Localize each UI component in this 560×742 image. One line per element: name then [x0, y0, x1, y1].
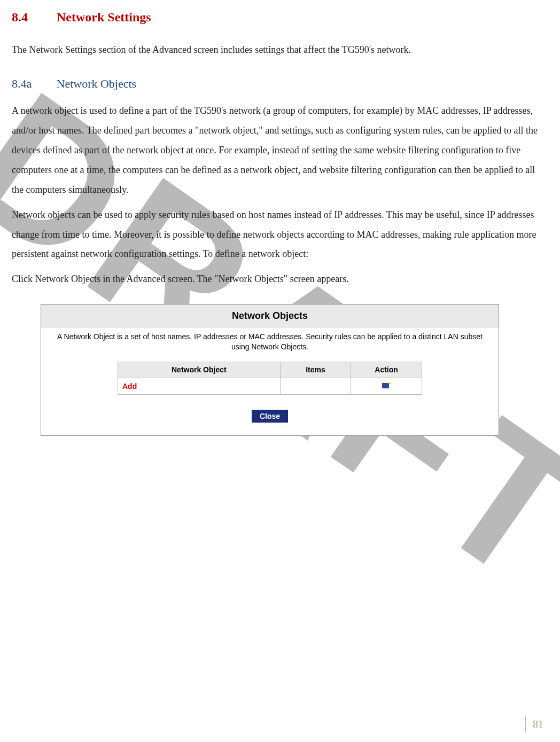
body-paragraph-2: Network objects can be used to apply sec…	[12, 205, 548, 264]
items-cell-empty	[280, 378, 351, 395]
body-paragraph-1: A network object is used to define a par…	[12, 101, 548, 199]
network-objects-figure: Network Objects A Network Object is a se…	[41, 304, 548, 436]
subsection-number: 8.4a	[12, 72, 53, 96]
section-intro-paragraph: The Network Settings section of the Adva…	[12, 40, 548, 60]
body-paragraph-3: Click Network Objects in the Advanced sc…	[12, 269, 548, 289]
column-header-items: Items	[280, 362, 351, 378]
section-title: Network Settings	[57, 10, 151, 24]
section-heading: 8.4 Network Settings	[12, 4, 548, 30]
add-icon[interactable]	[382, 381, 391, 389]
page-number: 81	[525, 716, 550, 732]
add-link[interactable]: Add	[122, 382, 137, 390]
panel-button-row: Close	[41, 404, 499, 435]
subsection-heading: 8.4a Network Objects	[12, 72, 548, 96]
panel-title: Network Objects	[41, 304, 499, 327]
table-row-add: Add	[118, 378, 422, 395]
network-objects-table: Network Object Items Action Add	[118, 362, 422, 395]
network-objects-panel: Network Objects A Network Object is a se…	[41, 304, 499, 436]
panel-description: A Network Object is a set of host names,…	[41, 327, 499, 362]
close-button[interactable]: Close	[252, 410, 288, 423]
table-header-row: Network Object Items Action	[118, 362, 422, 378]
column-header-action: Action	[351, 362, 422, 378]
column-header-object: Network Object	[118, 362, 281, 378]
subsection-title: Network Objects	[57, 77, 137, 90]
section-number: 8.4	[12, 4, 53, 30]
